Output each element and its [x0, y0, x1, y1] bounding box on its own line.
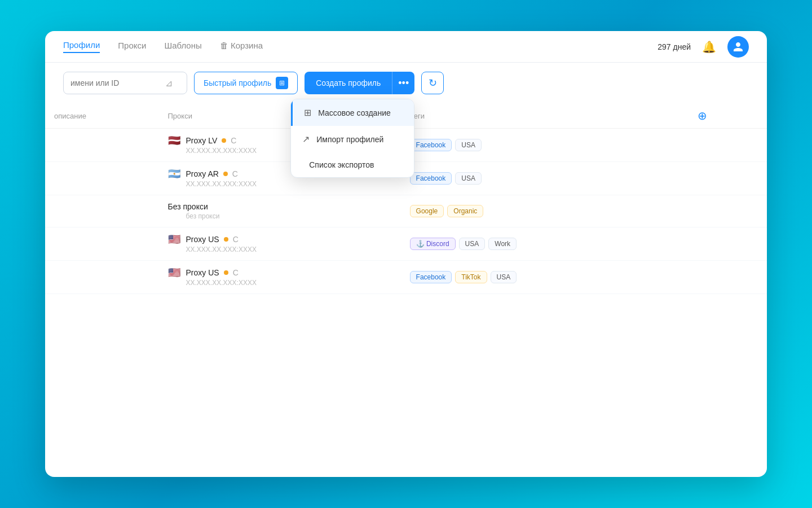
cell-tags: FacebookUSA — [401, 129, 684, 162]
flag-icon: 🇱🇻 — [168, 135, 182, 146]
days-remaining: 297 дней — [657, 42, 691, 51]
col-tags: Теги — [401, 103, 684, 129]
cell-proxy: Без проксибез прокси — [159, 195, 401, 227]
cell-description — [45, 195, 159, 227]
create-profile-wrapper: Создать профиль ••• ⊞ Массовое создание … — [304, 72, 414, 94]
proxy-name: Без прокси — [168, 202, 208, 211]
proxy-address: XX.XXX.XX.XXX:XXXX — [168, 279, 392, 287]
proxy-address: без прокси — [168, 212, 392, 220]
proxy-address: XX.XXX.XX.XXX:XXXX — [168, 246, 392, 253]
tag[interactable]: USA — [455, 139, 482, 151]
reload-icon[interactable]: C — [232, 169, 238, 178]
cell-description — [45, 129, 159, 162]
bulk-create-label: Массовое создание — [318, 108, 390, 117]
cell-tags: GoogleOrganic — [401, 195, 684, 227]
col-description: описание — [45, 103, 159, 129]
table-row: Без проксибез проксиGoogleOrganic — [45, 195, 767, 227]
import-profiles-item[interactable]: ↗ Импорт профилей — [291, 126, 414, 152]
tag[interactable]: TikTok — [455, 271, 487, 283]
proxy-address: XX.XXX.XX.XXX:XXXX — [168, 180, 392, 188]
windows-icon: ⊞ — [276, 77, 288, 89]
filter-icon[interactable]: ⊿ — [165, 78, 173, 89]
reload-icon[interactable]: C — [231, 136, 236, 145]
reload-icon[interactable]: C — [233, 268, 239, 277]
more-dots-icon: ••• — [398, 77, 409, 89]
cell-description — [45, 162, 159, 195]
tag[interactable]: Organic — [447, 205, 483, 217]
flag-icon: 🇦🇷 — [168, 169, 182, 179]
proxy-name: Proxy US — [186, 268, 219, 277]
nav-trash[interactable]: 🗑 Корзина — [220, 41, 263, 52]
export-list-item[interactable]: Список экспортов — [291, 152, 414, 177]
nav-proxy[interactable]: Прокси — [118, 41, 146, 52]
cell-description — [45, 261, 159, 294]
cell-tags: ⚓ DiscordUSAWork — [401, 227, 684, 261]
nav-bar: Профили Прокси Шаблоны 🗑 Корзина 297 дне… — [45, 31, 767, 63]
status-dot — [223, 172, 228, 176]
import-icon: ↗ — [302, 134, 310, 144]
table-row: 🇺🇸Proxy USCXX.XXX.XX.XXX:XXXXFacebookTik… — [45, 261, 767, 294]
flag-icon: 🇺🇸 — [168, 268, 182, 278]
proxy-name: Proxy US — [186, 235, 219, 244]
table-row: 🇺🇸Proxy USCXX.XXX.XX.XXX:XXXX⚓ DiscordUS… — [45, 227, 767, 261]
cell-proxy: 🇺🇸Proxy USCXX.XXX.XX.XXX:XXXX — [159, 227, 401, 261]
create-profile-label: Создать профиль — [316, 78, 381, 87]
proxy-name: Proxy AR — [186, 169, 219, 178]
tag[interactable]: Facebook — [410, 172, 452, 185]
col-add[interactable]: ⊕ — [684, 103, 767, 129]
import-profiles-label: Импорт профилей — [316, 135, 383, 144]
quick-profile-button[interactable]: Быстрый профиль ⊞ — [194, 72, 298, 94]
bell-icon[interactable]: 🔔 — [702, 40, 716, 54]
status-dot — [224, 270, 228, 275]
status-dot — [222, 138, 226, 143]
cell-description — [45, 227, 159, 261]
cell-extra — [684, 227, 767, 261]
create-profile-more-button[interactable]: ••• — [392, 72, 414, 94]
tag[interactable]: Facebook — [410, 139, 452, 151]
proxy-name: Proxy LV — [186, 136, 218, 145]
user-avatar[interactable] — [727, 36, 749, 58]
bulk-create-icon: ⊞ — [304, 107, 311, 118]
create-dropdown: ⊞ Массовое создание ↗ Импорт профилей Сп… — [290, 99, 414, 178]
toolbar: ⊿ Быстрый профиль ⊞ Создать профиль ••• … — [45, 63, 767, 103]
cell-tags: FacebookTikTokUSA — [401, 261, 684, 294]
flag-icon: 🇺🇸 — [168, 234, 182, 244]
tag[interactable]: ⚓ Discord — [410, 238, 456, 250]
cell-extra — [684, 129, 767, 162]
search-input[interactable] — [70, 78, 161, 87]
status-dot — [224, 237, 228, 242]
export-list-label: Список экспортов — [309, 160, 374, 169]
bulk-create-item[interactable]: ⊞ Массовое создание — [291, 99, 414, 126]
tag[interactable]: USA — [491, 271, 517, 283]
nav-templates[interactable]: Шаблоны — [164, 41, 201, 52]
tag[interactable]: USA — [455, 172, 482, 185]
cell-extra — [684, 162, 767, 195]
tag[interactable]: Work — [488, 238, 517, 250]
tag[interactable]: USA — [459, 238, 486, 250]
tag[interactable]: Google — [410, 205, 444, 217]
cell-extra — [684, 261, 767, 294]
tag[interactable]: Facebook — [410, 271, 452, 283]
search-box[interactable]: ⊿ — [63, 72, 187, 94]
refresh-button[interactable]: ↻ — [421, 72, 444, 94]
quick-profile-label: Быстрый профиль — [204, 78, 271, 87]
cell-tags: FacebookUSA — [401, 162, 684, 195]
create-profile-button[interactable]: Создать профиль — [304, 72, 392, 94]
cell-proxy: 🇺🇸Proxy USCXX.XXX.XX.XXX:XXXX — [159, 261, 401, 294]
reload-icon[interactable]: C — [233, 235, 239, 244]
refresh-icon: ↻ — [429, 77, 437, 89]
nav-profiles[interactable]: Профили — [63, 40, 100, 53]
cell-extra — [684, 195, 767, 227]
